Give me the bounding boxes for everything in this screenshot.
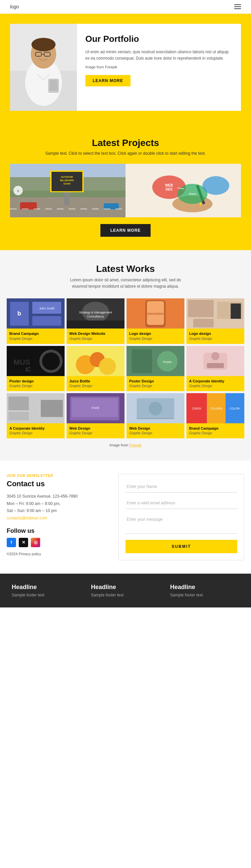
projects-subtitle: Sample text. Click to select the text bo… — [10, 151, 241, 156]
svg-text:Consultancy: Consultancy — [87, 315, 104, 318]
work-thumbnail-9: FAKE — [67, 393, 125, 423]
project-image-2: WEB DES share — [125, 164, 241, 217]
work-category-2: Graphic Design — [129, 337, 182, 341]
work-info-1: Web Design Website Graphic Design — [67, 329, 125, 344]
work-item-1[interactable]: Strategy & ManagementConsultancy Web Des… — [67, 299, 125, 344]
work-thumbnail-11: CORSI!COLORS!COLOR! — [186, 393, 244, 423]
slider-prev-button[interactable]: ‹ — [13, 186, 23, 195]
hero-credit: Image from Freepik — [85, 64, 232, 70]
svg-rect-21 — [104, 203, 119, 209]
work-item-2[interactable]: ORANGINA Logo design Graphic Design — [126, 299, 184, 344]
footer-sub-2: Sample footer text — [170, 593, 239, 597]
work-category-3: Graphic Design — [189, 337, 242, 341]
work-item-4[interactable]: MUSIC Poster design Graphic Design — [7, 346, 65, 391]
logo: logo — [10, 4, 19, 9]
instagram-icon[interactable]: ◎ — [31, 538, 40, 547]
hero-person-image — [10, 24, 77, 111]
svg-text:GmbH: GmbH — [64, 183, 71, 185]
contact-address: 3045 10 Sunrize Avenue, 123-456-7890 — [7, 493, 112, 500]
svg-text:COLOR!: COLOR! — [229, 407, 240, 410]
svg-rect-20 — [20, 202, 37, 210]
work-item-0[interactable]: bJohn Smith Brand Campaign Graphic Desig… — [7, 299, 65, 344]
work-item-9[interactable]: FAKE Web Design Graphic Design — [67, 393, 125, 438]
svg-rect-39 — [32, 316, 61, 326]
work-item-5[interactable]: Juice Bottle Graphic Design — [67, 346, 125, 391]
hero-description: Ut enim ad minim veniam, quis nostrud ex… — [85, 49, 232, 62]
follow-title: Follow us — [7, 527, 112, 534]
form-email-input[interactable] — [125, 497, 237, 509]
svg-point-4 — [31, 38, 56, 51]
svg-text:CORSI!: CORSI! — [192, 407, 201, 410]
works-grid: bJohn Smith Brand Campaign Graphic Desig… — [7, 299, 244, 438]
svg-rect-44 — [67, 321, 125, 329]
projects-slider: ‹ OUTDOOR BILLBOARD GmbH — [10, 164, 241, 217]
projects-cta-button[interactable]: LEARN MORE — [100, 224, 151, 237]
work-item-3[interactable]: Logo design Graphic Design — [186, 299, 244, 344]
svg-text:b: b — [18, 310, 21, 317]
project-image-1: OUTDOOR BILLBOARD GmbH — [10, 164, 125, 217]
work-item-8[interactable]: A Corporate Identity Graphic Design — [7, 393, 65, 438]
hero-image — [10, 24, 77, 111]
work-category-10: Graphic Design — [129, 431, 182, 435]
svg-text:Strategy & Management: Strategy & Management — [79, 311, 112, 314]
header: logo — [0, 0, 251, 14]
form-name-input[interactable] — [125, 481, 237, 493]
work-thumbnail-4: MUSIC — [7, 346, 65, 376]
svg-text:Poster: Poster — [163, 360, 172, 364]
work-category-5: Graphic Design — [69, 384, 122, 388]
work-item-6[interactable]: Poster Poster Design Graphic Design — [126, 346, 184, 391]
hamburger-menu[interactable] — [234, 4, 241, 9]
latest-works-section: Latest Works Lorem ipsum dolor sit amet,… — [0, 250, 251, 461]
work-thumbnail-2: ORANGINA — [126, 299, 184, 329]
svg-rect-52 — [193, 319, 214, 327]
contact-title: Contact us — [7, 479, 112, 488]
form-message-input[interactable] — [125, 514, 237, 534]
svg-rect-72 — [8, 412, 29, 420]
form-submit-button[interactable]: SUBMIT — [125, 540, 237, 553]
work-info-10: Web Design Graphic Design — [126, 423, 184, 438]
svg-marker-53 — [230, 304, 241, 319]
svg-point-29 — [202, 176, 229, 195]
work-thumbnail-10 — [126, 393, 184, 423]
work-category-4: Graphic Design — [9, 384, 62, 388]
contact-form-card: SUBMIT — [119, 474, 244, 560]
work-item-11[interactable]: CORSI!COLORS!COLOR! Brand Campaign Graph… — [186, 393, 244, 438]
svg-text:BILLBOARD: BILLBOARD — [60, 179, 74, 182]
work-title-1: Web Design Website — [69, 331, 122, 336]
work-title-7: A Corporate Identity — [189, 379, 242, 383]
work-item-10[interactable]: Web Design Graphic Design — [126, 393, 184, 438]
svg-point-68 — [211, 352, 219, 360]
svg-text:IC: IC — [25, 366, 31, 372]
hero-card: Our Portfolio Ut enim ad minim veniam, q… — [10, 24, 241, 111]
svg-text:share: share — [189, 192, 196, 195]
twitter-icon[interactable]: ✕ — [19, 538, 28, 547]
hero-section: Our Portfolio Ut enim ad minim veniam, q… — [0, 14, 251, 124]
footer-headline-0: Headline — [12, 584, 81, 591]
svg-text:ORANGINA: ORANGINA — [147, 312, 164, 315]
svg-text:John Smith: John Smith — [39, 307, 55, 310]
work-title-11: Brand Campaign — [189, 426, 242, 431]
facebook-icon[interactable]: f — [7, 538, 16, 547]
footer-headline-2: Headline — [170, 584, 239, 591]
footer-headline-1: Headline — [91, 584, 160, 591]
work-info-4: Poster design Graphic Design — [7, 376, 65, 391]
contact-email[interactable]: contacts@esbnyc.com — [7, 516, 47, 520]
work-info-7: A Corporate Identity Graphic Design — [186, 376, 244, 391]
work-title-3: Logo design — [189, 331, 242, 336]
work-title-4: Poster design — [9, 379, 62, 383]
contact-section: JOIN OUR NEWSLETTER Contact us 3045 10 S… — [0, 461, 251, 574]
work-category-6: Graphic Design — [129, 384, 182, 388]
work-thumbnail-1: Strategy & ManagementConsultancy — [67, 299, 125, 329]
work-category-9: Graphic Design — [69, 431, 122, 435]
freepik-link[interactable]: Freepik — [129, 443, 142, 447]
contact-hours2: Sat – Sun: 9:00 am – 10 pm — [7, 507, 112, 515]
work-thumbnail-0: bJohn Smith — [7, 299, 65, 329]
svg-point-80 — [149, 402, 162, 415]
work-item-7[interactable]: A Corporate Identity Graphic Design — [186, 346, 244, 391]
hero-cta-button[interactable]: LEARN MORE — [85, 75, 130, 86]
work-category-8: Graphic Design — [9, 431, 62, 435]
footer-sub-0: Sample footer text — [12, 593, 81, 597]
work-info-11: Brand Campaign Graphic Design — [186, 423, 244, 438]
copyright: ©2024 Privacy policy — [7, 552, 112, 556]
work-title-0: Brand Campaign — [9, 331, 62, 336]
